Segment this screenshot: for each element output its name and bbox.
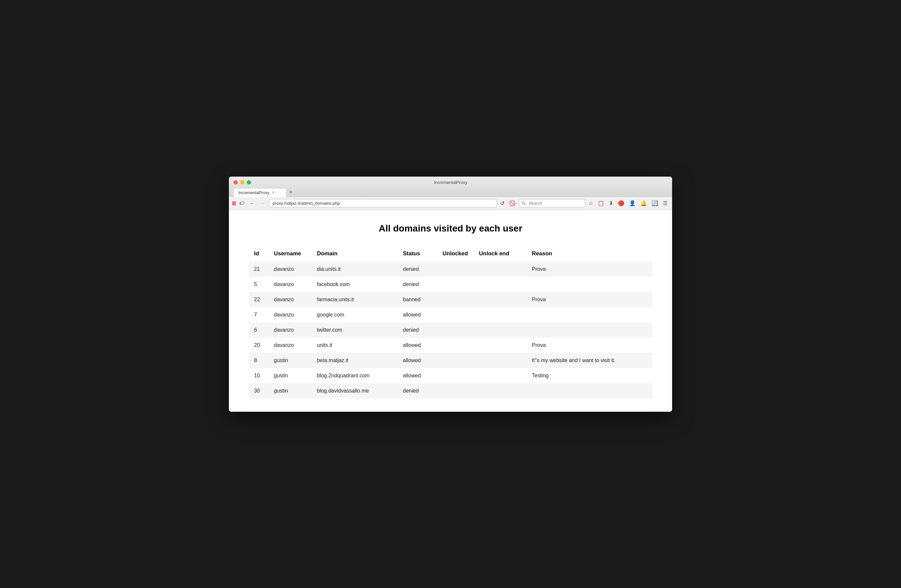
person-icon[interactable]: 👤 <box>628 200 637 207</box>
table-row: 21davanzodia.units.itdeniedProva <box>249 262 652 277</box>
cell-reason: Prova <box>527 292 652 307</box>
window-controls <box>234 180 251 184</box>
cell-unlocked <box>437 383 474 399</box>
cell-id: 30 <box>249 383 268 399</box>
cell-unlock-end <box>474 338 527 353</box>
table-row: 7davanzogoogle.comallowed <box>249 307 652 323</box>
table-row: 8gustinbeta.matjaz.itallowedIt''s my web… <box>249 353 652 368</box>
cell-status: denied <box>398 383 437 399</box>
cell-unlocked <box>437 307 474 323</box>
address-input[interactable] <box>269 199 497 207</box>
rss-badge: 6 <box>232 201 236 205</box>
col-header-id: Id <box>249 247 268 262</box>
tab-label: IncrementalProxy <box>238 190 269 195</box>
cell-status: allowed <box>398 353 437 368</box>
col-header-unlocked: Unlocked <box>437 247 474 262</box>
cell-domain: twitter.com <box>312 323 398 338</box>
cell-domain: blog.davidvassallo.me <box>312 383 398 399</box>
reload-icon[interactable]: ↺ <box>499 200 506 207</box>
cell-reason <box>527 277 652 292</box>
sync-icon[interactable]: 🔄 <box>650 200 659 207</box>
cell-domain: beta.matjaz.it <box>312 353 398 368</box>
cell-domain: blog.2ndquadrant.com <box>312 368 398 383</box>
cell-status: allowed <box>398 307 437 323</box>
cell-unlocked <box>437 338 474 353</box>
table-row: 20davanzounits.itallowedProva <box>249 338 652 353</box>
cell-username: davanzo <box>268 307 312 323</box>
col-header-domain: Domain <box>312 247 398 262</box>
clipboard-icon[interactable]: 📋 <box>596 200 606 207</box>
cell-domain: facebook.com <box>312 277 398 292</box>
cell-status: denied <box>398 323 437 338</box>
page-content: All domains visited by each user Id User… <box>229 210 672 412</box>
cell-id: 6 <box>249 323 268 338</box>
minimize-button[interactable] <box>240 180 245 184</box>
block-icon[interactable]: 🚫 <box>508 200 517 207</box>
search-input[interactable] <box>519 199 585 207</box>
settings-icon[interactable]: ☰ <box>661 200 669 207</box>
cell-domain: farmacia.units.it <box>312 292 398 307</box>
cell-unlock-end <box>474 323 527 338</box>
domains-table: Id Username Domain Status Unlocked Unloc… <box>249 247 652 399</box>
back-button[interactable]: ← <box>248 199 256 208</box>
page-title: All domains visited by each user <box>249 223 652 234</box>
cell-reason: It''s my website and I want to visit it. <box>527 353 652 368</box>
browser-tab[interactable]: IncrementalProxy ✕ <box>234 188 287 197</box>
cell-unlock-end <box>474 307 527 323</box>
cell-unlocked <box>437 277 474 292</box>
cell-username: davanzo <box>268 338 312 353</box>
cell-status: denied <box>398 277 437 292</box>
cell-unlock-end <box>474 262 527 277</box>
cell-id: 7 <box>249 307 268 323</box>
window-title: IncrementalProxy <box>433 180 467 185</box>
close-button[interactable] <box>234 180 238 184</box>
cell-unlock-end <box>474 383 527 399</box>
star-icon[interactable]: ☆ <box>587 200 594 207</box>
cell-unlock-end <box>474 292 527 307</box>
cell-reason <box>527 323 652 338</box>
browser-window: IncrementalProxy IncrementalProxy ✕ + 6 … <box>229 176 672 412</box>
cell-username: gustin <box>268 353 312 368</box>
cell-unlocked <box>437 262 474 277</box>
cell-id: 21 <box>249 262 268 277</box>
bookmark-icon[interactable]: 🏷 <box>238 200 246 207</box>
cell-unlock-end <box>474 368 527 383</box>
cell-unlock-end <box>474 353 527 368</box>
table-row: 22davanzofarmacia.units.itbannedProva <box>249 292 652 307</box>
new-tab-button[interactable]: + <box>287 187 295 197</box>
table-row: 10gustinblog.2ndquadrant.comallowedTesti… <box>249 368 652 383</box>
cell-unlocked <box>437 292 474 307</box>
table-body: 21davanzodia.units.itdeniedProva5davanzo… <box>249 262 652 399</box>
col-header-unlock-end: Unlock end <box>474 247 527 262</box>
cell-username: gustin <box>268 368 312 383</box>
cell-status: banned <box>398 292 437 307</box>
cell-id: 20 <box>249 338 268 353</box>
col-header-username: Username <box>268 247 312 262</box>
notification-icon[interactable]: 🔔 <box>639 200 648 207</box>
tab-bar: IncrementalProxy ✕ + <box>234 187 667 197</box>
cell-username: davanzo <box>268 262 312 277</box>
cell-reason: Prova <box>527 338 652 353</box>
cell-reason <box>527 307 652 323</box>
cell-status: allowed <box>398 338 437 353</box>
cell-username: davanzo <box>268 323 312 338</box>
cell-reason: Testing <box>527 368 652 383</box>
col-header-reason: Reason <box>527 247 652 262</box>
cell-unlocked <box>437 353 474 368</box>
maximize-button[interactable] <box>247 180 251 184</box>
cell-id: 8 <box>249 353 268 368</box>
address-bar: 6 🏷 ← → ↺ 🚫 ☆ 📋 ⬇ 🔴 👤 🔔 🔄 ☰ <box>229 197 672 210</box>
cell-unlock-end <box>474 277 527 292</box>
download-icon[interactable]: ⬇ <box>608 200 614 207</box>
cell-id: 10 <box>249 368 268 383</box>
cell-id: 22 <box>249 292 268 307</box>
table-row: 5davanzofacebook.comdenied <box>249 277 652 292</box>
cell-username: gustin <box>268 383 312 399</box>
adblock-icon[interactable]: 🔴 <box>617 200 626 207</box>
cell-unlocked <box>437 368 474 383</box>
title-bar: IncrementalProxy IncrementalProxy ✕ + <box>229 176 672 197</box>
tab-close-button[interactable]: ✕ <box>272 190 275 195</box>
cell-unlocked <box>437 323 474 338</box>
table-row: 6davanzotwitter.comdenied <box>249 323 652 338</box>
table-header: Id Username Domain Status Unlocked Unloc… <box>249 247 652 262</box>
